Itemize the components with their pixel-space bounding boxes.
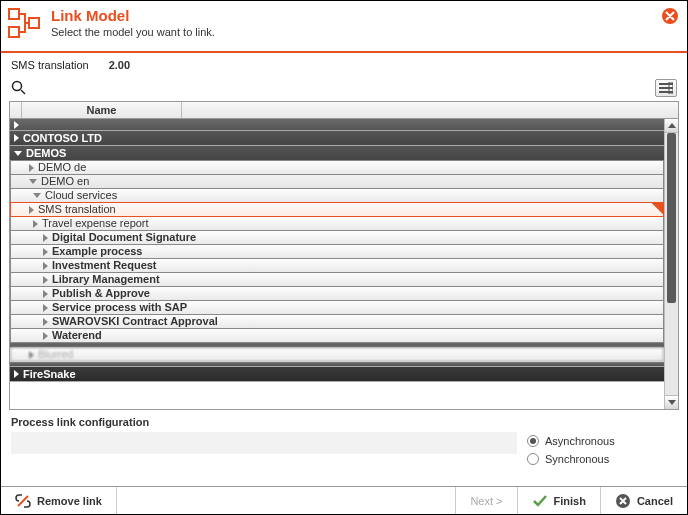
radio-async[interactable]: Asynchronous [527,432,677,450]
radio-icon [527,435,539,447]
check-icon [532,493,548,509]
svg-rect-8 [659,91,673,93]
dialog-title: Link Model [51,7,215,24]
tree-row-item[interactable]: SWAROVSKI Contract Approval [10,314,664,329]
svg-rect-1 [9,27,19,37]
cancel-icon [615,493,631,509]
svg-point-4 [13,82,22,91]
tree-row-contoso[interactable]: CONTOSO LTD [10,131,664,146]
finish-button[interactable]: Finish [518,487,601,514]
config-title: Process link configuration [11,416,677,428]
remove-link-button[interactable]: Remove link [1,487,117,514]
svg-rect-7 [659,87,673,89]
svg-line-5 [21,90,25,94]
dialog-header: Link Model Select the model you want to … [1,1,687,53]
tree-row-blurred[interactable]: Blurred [10,347,664,362]
column-header-row: Name [9,101,679,119]
radio-sync[interactable]: Synchronous [527,450,677,468]
dialog-subtitle: Select the model you want to link. [51,26,215,38]
tree-row-cloud[interactable]: Cloud services [10,188,664,203]
config-input[interactable] [11,432,517,454]
next-button: Next > [456,487,517,514]
link-model-icon [7,7,43,43]
tree-row-demo-en[interactable]: DEMO en [10,174,664,189]
scroll-up-button[interactable] [665,119,678,133]
close-button[interactable] [661,7,679,25]
tree-row-blank[interactable] [10,119,664,131]
scroll-thumb[interactable] [667,133,676,303]
svg-line-10 [18,496,28,506]
svg-rect-0 [9,9,19,19]
tree-row-demos[interactable]: DEMOS [10,146,664,161]
tree-row-demo-de[interactable]: DEMO de [10,160,664,175]
tree-row-firesnake[interactable]: FireSnake [10,367,664,382]
radio-icon [527,453,539,465]
selected-model-version: 2.00 [109,59,130,71]
scroll-down-button[interactable] [665,395,678,409]
tree-row-item[interactable]: Publish & Approve [10,286,664,301]
column-header-name[interactable]: Name [22,102,182,118]
tree-row-item[interactable]: Digital Document Signature [10,230,664,245]
tree-row-sms-selected[interactable]: SMS translation [10,202,664,217]
tree-row-item[interactable]: Service process with SAP [10,300,664,315]
tree-row-item[interactable]: Waterend [10,328,664,343]
tree-row-travel[interactable]: Travel expense report [10,216,664,231]
tree-scrollbar[interactable] [664,119,678,409]
info-bar: SMS translation 2.00 [1,53,687,77]
svg-rect-6 [659,83,673,85]
tree-row-item[interactable]: Example process [10,244,664,259]
tree-row-item[interactable]: Library Management [10,272,664,287]
search-icon[interactable] [11,80,27,96]
cancel-button[interactable]: Cancel [601,487,687,514]
tree-row-item[interactable]: Investment Request [10,258,664,273]
model-tree[interactable]: CONTOSO LTD DEMOS DEMO de DEMO en Cloud … [10,119,664,409]
view-options-button[interactable] [655,79,677,97]
dialog-footer: Remove link Next > Finish Cancel [1,486,687,514]
svg-rect-2 [29,18,39,28]
scroll-track[interactable] [665,133,678,395]
selected-model-label: SMS translation [11,59,89,71]
unlink-icon [15,493,31,509]
